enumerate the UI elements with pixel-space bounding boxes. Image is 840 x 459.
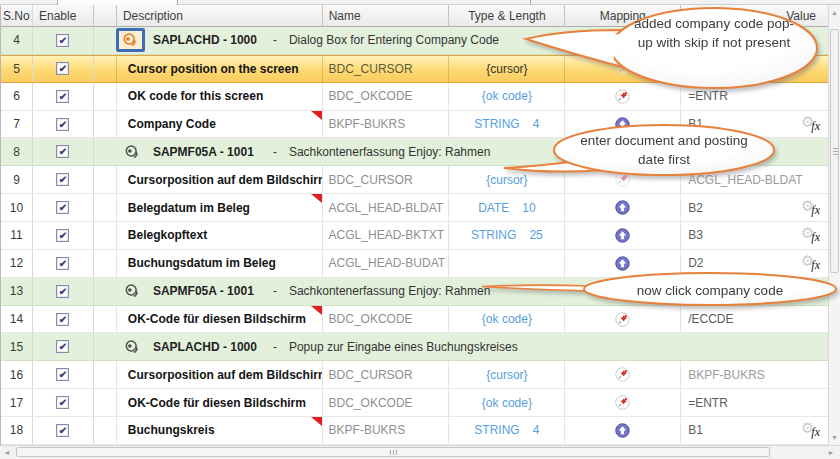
table-row[interactable]: 10✔Belegdatum im BelegACGL_HEAD-BLDATDAT… xyxy=(1,194,828,222)
expression-fx-button[interactable]: ⚙fx xyxy=(801,199,819,217)
name-cell[interactable]: ACGL_HEAD-BKTXT xyxy=(323,222,450,249)
description-cell[interactable]: OK code for this screen xyxy=(117,83,323,110)
scroll-left-button[interactable]: ◄ xyxy=(0,446,14,459)
fixed-value-pin-icon[interactable] xyxy=(615,395,630,410)
description-cell[interactable]: Belegdatum im Beleg xyxy=(117,194,323,221)
value-cell[interactable]: =ENTR xyxy=(681,389,828,416)
callout-text: added company code pop-up with skip if n… xyxy=(633,14,795,52)
description-cell[interactable]: Buchungsdatum im Beleg xyxy=(117,250,323,277)
name-cell[interactable]: BDC_CURSOR xyxy=(323,361,450,388)
expression-fx-button[interactable]: ⚙fx xyxy=(801,254,819,272)
name-cell[interactable]: BKPF-BUKRS xyxy=(323,111,450,138)
enable-checkbox[interactable]: ✔ xyxy=(56,90,69,103)
enable-checkbox[interactable]: ✔ xyxy=(56,173,69,186)
table-row[interactable]: 18✔BuchungskreisBKPF-BUKRSSTRING4B1⚙fx xyxy=(1,417,828,445)
enable-checkbox[interactable]: ✔ xyxy=(56,257,69,270)
mapping-cell[interactable] xyxy=(565,361,681,388)
name-cell[interactable]: BDC_CURSOR xyxy=(323,56,450,82)
name-cell[interactable]: ACGL_HEAD-BUDAT xyxy=(323,250,450,277)
enable-checkbox[interactable]: ✔ xyxy=(56,368,69,381)
expression-fx-button[interactable]: ⚙fx xyxy=(801,115,819,133)
value-cell[interactable]: BKPF-BUKRS xyxy=(681,361,828,388)
fixed-value-pin-icon[interactable] xyxy=(615,312,630,327)
value-cell[interactable]: B3⚙fx xyxy=(681,222,828,249)
sno-cell: 5 xyxy=(1,56,33,82)
horizontal-scrollbar[interactable]: ◄ ► xyxy=(0,445,840,459)
horizontal-scrollbar-thumb[interactable] xyxy=(16,447,770,457)
enable-checkbox[interactable]: ✔ xyxy=(56,340,69,353)
type-length-cell[interactable]: STRING25 xyxy=(449,222,565,249)
type-length-cell[interactable]: {cursor} xyxy=(449,361,565,388)
name-cell[interactable]: BDC_OKCODE xyxy=(323,389,450,416)
enable-checkbox[interactable]: ✔ xyxy=(56,285,69,298)
type-length-cell[interactable]: STRING4 xyxy=(449,417,565,444)
mapping-cell[interactable] xyxy=(565,389,681,416)
description-cell[interactable]: OK-Code für diesen Bildschirm xyxy=(117,389,323,416)
value-text: B1 xyxy=(688,423,703,437)
enable-checkbox[interactable]: ✔ xyxy=(56,424,69,437)
name-cell[interactable]: BDC_CURSOR xyxy=(323,166,450,193)
table-row[interactable]: 16✔Cursorposition auf dem BildschirmBDC_… xyxy=(1,361,828,389)
column-header-icon[interactable] xyxy=(94,5,117,27)
value-cell[interactable]: B2⚙fx xyxy=(681,194,828,221)
type-length-cell[interactable]: {ok code} xyxy=(449,306,565,333)
row-icon-cell xyxy=(94,389,117,416)
table-row[interactable]: 17✔OK-Code für diesen BildschirmBDC_OKCO… xyxy=(1,389,828,417)
mapping-cell[interactable] xyxy=(565,306,681,333)
value-cell[interactable]: /ECCDE xyxy=(681,306,828,333)
type-length-cell[interactable]: {ok code} xyxy=(449,389,565,416)
table-row[interactable]: 11✔BelegkopftextACGL_HEAD-BKTXTSTRING25B… xyxy=(1,222,828,250)
type-token: {ok code} xyxy=(482,396,532,410)
enable-cell: ✔ xyxy=(33,278,94,305)
row-icon-cell xyxy=(94,111,117,138)
row-icon-cell xyxy=(94,56,117,82)
column-header-sno[interactable]: S.No xyxy=(1,5,33,27)
callout-company-code-popup: added company code pop-up with skip if n… xyxy=(518,2,834,104)
description-cell[interactable]: Company Code xyxy=(117,111,323,138)
scroll-down-button[interactable]: ▼ xyxy=(829,431,840,444)
column-header-description[interactable]: Description xyxy=(117,5,323,27)
enable-checkbox[interactable]: ✔ xyxy=(56,62,69,75)
description-cell[interactable]: OK-Code für diesen Bildschirm xyxy=(117,306,323,333)
type-kind: STRING xyxy=(474,423,519,437)
description-cell[interactable]: Belegkopftext xyxy=(117,222,323,249)
scroll-right-button[interactable]: ► xyxy=(824,446,838,459)
mapping-cell[interactable] xyxy=(565,417,681,444)
value-cell[interactable]: B1⚙fx xyxy=(681,417,828,444)
screen-row[interactable]: 15✔SAPLACHD - 1000-Popup zur Eingabe ein… xyxy=(1,333,828,361)
description-cell[interactable]: Cursorposition auf dem Bildschirm xyxy=(117,361,323,388)
sno-cell: 13 xyxy=(1,278,33,305)
enable-checkbox[interactable]: ✔ xyxy=(56,313,69,326)
description-cell[interactable]: Cursorposition auf dem Bildschirm xyxy=(117,166,323,193)
enable-checkbox[interactable]: ✔ xyxy=(56,34,69,47)
upload-mapping-icon[interactable] xyxy=(615,256,630,271)
mapping-cell[interactable] xyxy=(565,194,681,221)
field-description: Belegdatum im Beleg xyxy=(128,201,250,215)
name-cell[interactable]: BDC_OKCODE xyxy=(323,306,450,333)
value-text: =ENTR xyxy=(688,396,728,410)
upload-mapping-icon[interactable] xyxy=(615,228,630,243)
column-header-enable[interactable]: Enable xyxy=(33,5,94,27)
enable-checkbox[interactable]: ✔ xyxy=(56,229,69,242)
description-cell[interactable]: Cursor position on the screen xyxy=(117,56,323,82)
expression-fx-button[interactable]: ⚙fx xyxy=(801,226,819,244)
enable-checkbox[interactable]: ✔ xyxy=(56,118,69,131)
upload-mapping-icon[interactable] xyxy=(615,200,630,215)
table-row[interactable]: 14✔OK-Code für diesen BildschirmBDC_OKCO… xyxy=(1,306,828,334)
name-cell[interactable]: ACGL_HEAD-BLDAT xyxy=(323,194,450,221)
type-length: 25 xyxy=(529,228,542,242)
name-cell[interactable]: BDC_OKCODE xyxy=(323,83,450,110)
mapping-cell[interactable] xyxy=(565,222,681,249)
expression-fx-button[interactable]: ⚙fx xyxy=(801,421,819,439)
name-cell[interactable]: BKPF-BUKRS xyxy=(323,417,450,444)
description-cell[interactable]: Buchungskreis xyxy=(117,417,323,444)
fixed-value-pin-icon[interactable] xyxy=(615,367,630,382)
column-header-name[interactable]: Name xyxy=(323,5,450,27)
note-corner-marker xyxy=(311,306,322,315)
screen-description: Sachkontenerfassung Enjoy: Rahmen xyxy=(289,284,490,298)
enable-checkbox[interactable]: ✔ xyxy=(56,396,69,409)
upload-mapping-icon[interactable] xyxy=(615,423,630,438)
enable-checkbox[interactable]: ✔ xyxy=(56,145,69,158)
enable-checkbox[interactable]: ✔ xyxy=(56,201,69,214)
type-length-cell[interactable]: DATE10 xyxy=(449,194,565,221)
